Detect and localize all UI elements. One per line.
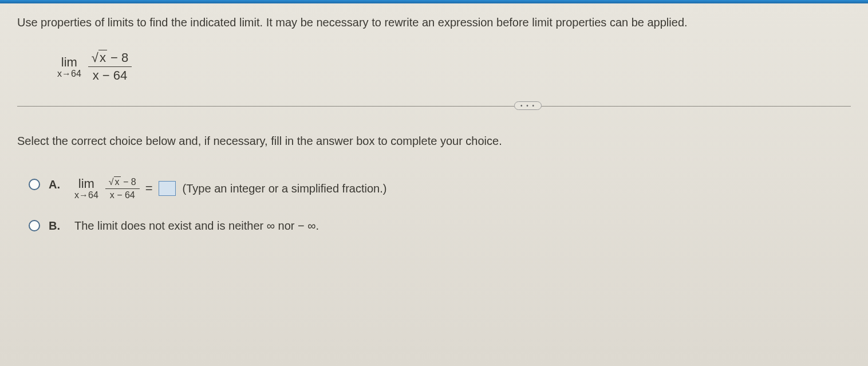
limit-fraction: √x − 8 x − 64 [88,50,132,83]
question-prompt: Use properties of limits to find the ind… [17,14,851,30]
denominator: x − 64 [89,67,131,83]
choice-a-numerator: √x − 8 [105,177,140,189]
choice-a-row: A. lim x→64 √x − 8 x − 64 = (Type an int… [29,176,851,200]
choice-a-lim-operator: lim x→64 [74,176,98,200]
choice-b-label: B. [49,219,63,233]
answer-input-box[interactable] [159,181,176,196]
choice-b-text: The limit does not exist and is neither … [74,219,319,233]
choice-a-hint: (Type an integer or a simplified fractio… [183,182,387,195]
choice-a-fraction: √x − 8 x − 64 [105,177,140,200]
choice-b-row: B. The limit does not exist and is neith… [29,218,851,233]
choice-a-label: A. [49,178,63,191]
section-divider: • • • [17,100,851,112]
radio-choice-a[interactable] [29,179,40,190]
limit-expression: lim x→64 √x − 8 x − 64 [57,50,851,83]
radio-choice-b[interactable] [29,220,40,231]
lim-operator: lim x→64 [57,55,81,79]
expand-pill[interactable]: • • • [514,101,542,110]
instruction-text: Select the correct choice below and, if … [17,135,851,148]
equals-sign: = [145,181,153,196]
choice-a-content: lim x→64 √x − 8 x − 64 = (Type an intege… [74,176,386,200]
choice-a-denominator: x − 64 [106,189,139,200]
numerator: √x − 8 [88,50,132,67]
